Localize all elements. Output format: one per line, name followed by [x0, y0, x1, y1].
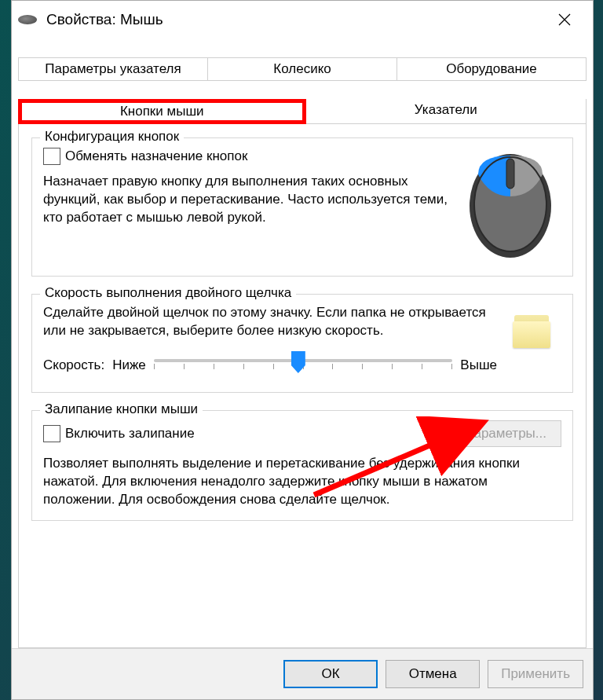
group-title-3: Залипание кнопки мыши — [40, 401, 203, 417]
mouse-properties-window: Свойства: Мышь Параметры указателя Колес… — [11, 0, 594, 700]
speed-low-label: Ниже — [112, 357, 146, 373]
speed-label: Скорость: — [43, 357, 104, 373]
close-button[interactable] — [543, 1, 587, 38]
svg-rect-4 — [506, 159, 514, 189]
window-title: Свойства: Мышь — [46, 11, 543, 28]
close-icon — [558, 13, 571, 26]
group2-desc: Сделайте двойной щелчок по этому значку.… — [43, 304, 497, 340]
dialog-buttons: ОК Отмена Применить — [12, 648, 593, 699]
slider-thumb[interactable] — [291, 351, 305, 373]
doubleclick-speed-slider[interactable] — [154, 350, 453, 381]
tabs-row1: Параметры указателя Колесико Оборудовани… — [18, 57, 587, 80]
group-doubleclick-speed: Скорость выполнения двойного щелчка Сдел… — [31, 294, 573, 393]
clicklock-settings-button: Параметры... — [449, 420, 561, 447]
tabs-row2: Кнопки мыши Указатели — [18, 99, 587, 123]
group-title-2: Скорость выполнения двойного щелчка — [40, 285, 296, 301]
mouse-icon — [18, 15, 37, 24]
cancel-button[interactable]: Отмена — [386, 660, 480, 688]
ok-button[interactable]: ОК — [283, 660, 378, 688]
tab-wheel[interactable]: Колесико — [208, 57, 397, 81]
tab-pointer-options[interactable]: Параметры указателя — [18, 57, 208, 81]
tab-buttons[interactable]: Кнопки мыши — [18, 99, 306, 124]
tab-pointers[interactable]: Указатели — [306, 99, 587, 124]
speed-high-label: Выше — [460, 357, 497, 373]
folder-test-icon[interactable] — [513, 310, 561, 357]
clicklock-checkbox[interactable] — [43, 425, 60, 442]
swap-buttons-label: Обменять назначение кнопок — [65, 148, 247, 164]
apply-button: Применить — [488, 660, 583, 688]
mouse-preview-icon — [459, 143, 561, 265]
group1-desc: Назначает правую кнопку для выполнения т… — [43, 173, 453, 227]
titlebar: Свойства: Мышь — [12, 1, 593, 38]
group3-desc: Позволяет выполнять выделение и перетаск… — [43, 455, 561, 509]
clicklock-label: Включить залипание — [65, 426, 195, 442]
group-clicklock: Залипание кнопки мыши Включить залипание… — [31, 410, 573, 521]
group-buttons-config: Конфигурация кнопок Обменять назначение … — [31, 137, 573, 277]
tab-content: Конфигурация кнопок Обменять назначение … — [18, 123, 587, 648]
swap-buttons-checkbox[interactable] — [43, 148, 60, 165]
tab-hardware[interactable]: Оборудование — [397, 57, 587, 81]
group-title-1: Конфигурация кнопок — [40, 129, 184, 145]
